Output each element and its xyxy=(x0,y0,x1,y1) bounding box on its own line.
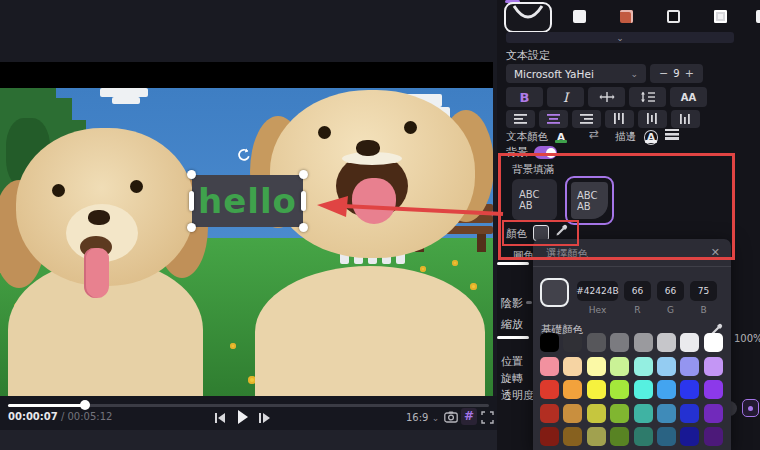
palette-swatch[interactable] xyxy=(704,333,723,352)
prev-frame-button[interactable] xyxy=(214,412,226,424)
palette-swatch[interactable] xyxy=(657,357,676,376)
palette-swatch[interactable] xyxy=(563,357,582,376)
resize-handle-sw[interactable] xyxy=(187,223,196,232)
overlay-text[interactable]: hello xyxy=(198,184,297,218)
resize-handle-se[interactable] xyxy=(299,223,308,232)
text-color-swatch[interactable]: A xyxy=(554,126,568,143)
text-style-preset-selected[interactable] xyxy=(504,2,552,33)
collapse-presets-bar[interactable]: ⌄ xyxy=(506,32,734,43)
palette-swatch[interactable] xyxy=(680,380,699,399)
seek-knob[interactable] xyxy=(80,400,90,410)
letter-spacing-button[interactable] xyxy=(588,87,625,107)
palette-swatch[interactable] xyxy=(563,333,582,352)
text-style-preset[interactable] xyxy=(573,10,586,23)
palette-swatch[interactable] xyxy=(587,404,606,423)
resize-handle-w[interactable] xyxy=(189,191,194,211)
palette-swatch[interactable] xyxy=(610,404,629,423)
palette-swatch[interactable] xyxy=(634,333,653,352)
palette-swatch[interactable] xyxy=(634,427,653,446)
fullscreen-button[interactable] xyxy=(481,411,494,424)
italic-button[interactable]: I xyxy=(547,87,584,107)
resize-handle-ne[interactable] xyxy=(299,170,308,179)
stroke-color-swatch[interactable]: A xyxy=(643,126,659,143)
palette-swatch[interactable] xyxy=(680,427,699,446)
hex-input[interactable]: #42424B xyxy=(577,281,618,301)
palette-swatch[interactable] xyxy=(657,380,676,399)
snapshot-button[interactable] xyxy=(444,411,458,423)
palette-swatch[interactable] xyxy=(680,333,699,352)
hex-field-label: Hex xyxy=(577,305,618,315)
palette-swatch[interactable] xyxy=(587,380,606,399)
scale-value: 100% xyxy=(734,333,760,344)
palette-swatch[interactable] xyxy=(634,357,653,376)
palette-swatch[interactable] xyxy=(540,404,559,423)
current-color-swatch[interactable] xyxy=(540,278,569,307)
annotation-rect-color-row xyxy=(502,220,579,246)
palette-swatch[interactable] xyxy=(563,404,582,423)
palette-swatch[interactable] xyxy=(704,404,723,423)
play-button[interactable] xyxy=(235,409,249,425)
palette-swatch[interactable] xyxy=(657,333,676,352)
red-value: 66 xyxy=(632,286,643,296)
palette-swatch[interactable] xyxy=(540,333,559,352)
palette-swatch[interactable] xyxy=(610,427,629,446)
palette-swatch[interactable] xyxy=(610,357,629,376)
blue-input[interactable]: 75 xyxy=(690,281,717,301)
video-preview xyxy=(0,88,493,396)
font-size-increase[interactable]: + xyxy=(680,67,699,80)
bold-button[interactable]: B xyxy=(506,87,543,107)
palette-swatch[interactable] xyxy=(657,404,676,423)
vertical-align-bottom-button[interactable] xyxy=(671,110,700,128)
palette-swatch[interactable] xyxy=(680,404,699,423)
resize-handle-e[interactable] xyxy=(301,191,306,211)
text-color-indicator xyxy=(555,140,567,143)
palette-swatch[interactable] xyxy=(540,380,559,399)
palette-swatch[interactable] xyxy=(634,404,653,423)
palette-swatch[interactable] xyxy=(634,380,653,399)
chevron-down-icon: ⌄ xyxy=(432,413,440,423)
text-style-preset[interactable] xyxy=(667,10,680,23)
font-size-decrease[interactable]: − xyxy=(654,67,673,80)
capitalization-button[interactable]: AA xyxy=(670,87,707,107)
text-style-preset[interactable] xyxy=(756,10,760,23)
aspect-ratio-selector[interactable]: 16:9 ⌄ xyxy=(406,412,439,423)
palette-swatch[interactable] xyxy=(704,427,723,446)
line-spacing-button[interactable] xyxy=(629,87,666,107)
align-right-button[interactable] xyxy=(572,110,601,128)
green-input[interactable]: 66 xyxy=(657,281,684,301)
stroke-width-icon[interactable] xyxy=(665,128,680,140)
palette-swatch[interactable] xyxy=(704,380,723,399)
palette-swatch[interactable] xyxy=(563,380,582,399)
stroke-label: 描邊 xyxy=(615,130,636,144)
blue-value: 75 xyxy=(698,286,709,296)
palette-swatch[interactable] xyxy=(587,333,606,352)
vertical-align-top-button[interactable] xyxy=(605,110,634,128)
text-style-preset[interactable] xyxy=(714,10,727,23)
palette-swatch[interactable] xyxy=(657,427,676,446)
palette-swatch[interactable] xyxy=(704,357,723,376)
edit-button[interactable] xyxy=(742,399,759,417)
palette-swatch[interactable] xyxy=(610,333,629,352)
palette-swatch[interactable] xyxy=(587,357,606,376)
palette-swatch[interactable] xyxy=(540,427,559,446)
transport-bar: 00:00:07 / 00:05:12 16:9 ⌄ # xyxy=(0,396,497,430)
swap-colors-icon[interactable]: ⇄ xyxy=(589,127,599,141)
shadow-toggle-edge[interactable] xyxy=(526,301,532,304)
rotate-handle-icon[interactable] xyxy=(236,147,252,163)
seek-bar-fill xyxy=(8,404,85,407)
palette-swatch[interactable] xyxy=(680,357,699,376)
next-frame-button[interactable] xyxy=(258,412,270,424)
palette-swatch[interactable] xyxy=(587,427,606,446)
corner-radius-slider[interactable] xyxy=(497,262,529,265)
align-left-button[interactable] xyxy=(506,110,535,128)
resize-handle-nw[interactable] xyxy=(187,170,196,179)
palette-swatch[interactable] xyxy=(563,427,582,446)
scale-slider[interactable] xyxy=(497,336,529,339)
grid-toggle-button[interactable]: # xyxy=(461,408,477,425)
text-overlay-box[interactable]: hello xyxy=(192,175,303,227)
font-family-select[interactable]: Microsoft YaHei ⌄ xyxy=(506,64,646,83)
palette-swatch[interactable] xyxy=(610,380,629,399)
palette-swatch[interactable] xyxy=(540,357,559,376)
text-style-preset[interactable] xyxy=(620,10,633,23)
red-input[interactable]: 66 xyxy=(624,281,651,301)
